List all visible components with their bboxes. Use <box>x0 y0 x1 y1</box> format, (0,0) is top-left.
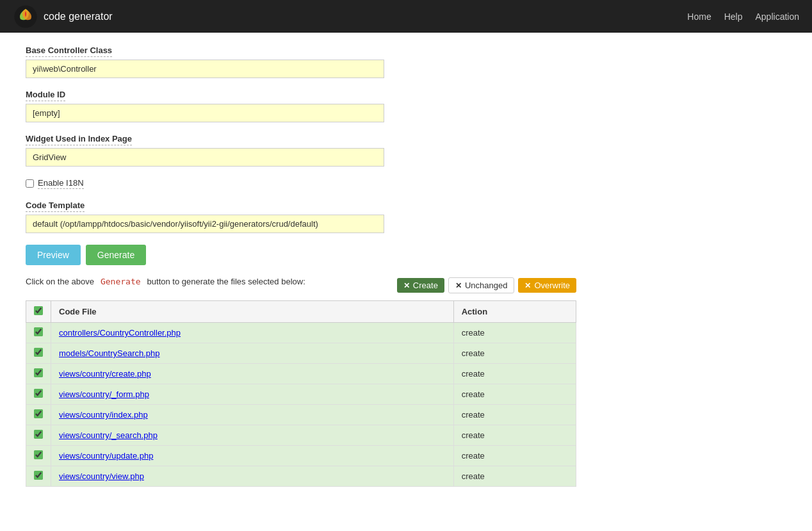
file-link[interactable]: views/country/view.php <box>59 471 144 481</box>
code-template-input[interactable] <box>26 215 384 233</box>
navbar-nav: Home Help Application <box>687 12 799 22</box>
legend-row: Click on the above Generate button to ge… <box>26 277 305 286</box>
nav-item-home[interactable]: Home <box>687 12 711 22</box>
preview-button[interactable]: Preview <box>26 245 81 265</box>
row-checkbox[interactable] <box>34 327 43 336</box>
badge-unchanged-label: Unchanged <box>465 281 508 290</box>
legend-after: button to generate the files selected be… <box>147 277 305 286</box>
file-link[interactable]: views/country/create.php <box>59 369 151 379</box>
unchanged-badge-icon: ✕ <box>455 281 462 290</box>
file-link[interactable]: views/country/_search.php <box>59 430 158 440</box>
yii-logo-icon <box>13 4 38 29</box>
th-action: Action <box>453 301 576 323</box>
row-checkbox[interactable] <box>34 409 43 418</box>
row-checkbox-cell <box>26 364 51 384</box>
badge-create-label: Create <box>413 281 438 290</box>
legend-badges: ✕ Create ✕ Unchanged ✕ Overwrite <box>397 277 576 293</box>
table-row: models/CountrySearch.phpcreate <box>26 343 576 364</box>
row-action: create <box>453 446 576 466</box>
th-code-file: Code File <box>51 301 454 323</box>
row-checkbox-cell <box>26 343 51 364</box>
enable-i18n-checkbox[interactable] <box>26 179 34 188</box>
badge-overwrite: ✕ Overwrite <box>518 278 576 293</box>
row-file: models/CountrySearch.php <box>51 343 454 364</box>
row-file: views/country/_search.php <box>51 425 454 446</box>
table-row: views/country/view.phpcreate <box>26 466 576 487</box>
row-checkbox-cell <box>26 446 51 466</box>
table-row: views/country/create.phpcreate <box>26 364 576 384</box>
nav-link-application[interactable]: Application <box>756 12 800 22</box>
main-content: Base Controller Class Module ID Widget U… <box>0 33 812 500</box>
base-controller-input[interactable] <box>26 60 384 78</box>
button-row: Preview Generate <box>26 245 786 265</box>
base-controller-field: Base Controller Class <box>26 45 786 78</box>
row-checkbox-cell <box>26 405 51 425</box>
widget-input[interactable] <box>26 148 384 167</box>
row-checkbox[interactable] <box>34 389 43 398</box>
row-file: views/country/create.php <box>51 364 454 384</box>
row-file: views/country/view.php <box>51 466 454 487</box>
row-file: views/country/index.php <box>51 405 454 425</box>
row-action: create <box>453 343 576 364</box>
table-row: controllers/CountryController.phpcreate <box>26 323 576 343</box>
row-checkbox[interactable] <box>34 450 43 459</box>
brand-text: code generator <box>44 11 113 22</box>
file-link[interactable]: controllers/CountryController.php <box>59 328 181 338</box>
file-link[interactable]: views/country/_form.php <box>59 389 149 399</box>
code-template-label: Code Template <box>26 200 85 212</box>
create-badge-icon: ✕ <box>403 281 410 290</box>
generate-button[interactable]: Generate <box>86 245 146 265</box>
row-checkbox-cell <box>26 425 51 446</box>
legend-before: Click on the above <box>26 277 94 286</box>
row-action: create <box>453 364 576 384</box>
row-checkbox-cell <box>26 466 51 487</box>
generate-code-label: Generate <box>101 277 141 286</box>
nav-link-home[interactable]: Home <box>687 12 711 22</box>
row-checkbox[interactable] <box>34 430 43 439</box>
row-action: create <box>453 466 576 487</box>
row-action: create <box>453 425 576 446</box>
row-action: create <box>453 384 576 405</box>
th-checkbox <box>26 301 51 323</box>
enable-i18n-group: Enable I18N <box>26 178 786 189</box>
table-row: views/country/index.phpcreate <box>26 405 576 425</box>
base-controller-label: Base Controller Class <box>26 45 112 57</box>
enable-i18n-label: Enable I18N <box>38 178 84 189</box>
row-checkbox[interactable] <box>34 348 43 357</box>
row-file: controllers/CountryController.php <box>51 323 454 343</box>
navbar: code generator Home Help Application <box>0 0 812 33</box>
table-row: views/country/_search.phpcreate <box>26 425 576 446</box>
brand-link[interactable]: code generator <box>13 4 113 29</box>
table-row: views/country/_form.phpcreate <box>26 384 576 405</box>
row-file: views/country/_form.php <box>51 384 454 405</box>
file-link[interactable]: views/country/index.php <box>59 410 148 420</box>
select-all-checkbox[interactable] <box>34 306 43 315</box>
code-table: Code File Action controllers/CountryCont… <box>26 300 576 487</box>
module-id-label: Module ID <box>26 90 65 101</box>
table-row: views/country/update.phpcreate <box>26 446 576 466</box>
widget-label: Widget Used in Index Page <box>26 134 132 145</box>
overwrite-badge-icon: ✕ <box>524 281 531 290</box>
badge-overwrite-label: Overwrite <box>534 281 570 290</box>
nav-item-application[interactable]: Application <box>756 12 800 22</box>
row-checkbox[interactable] <box>34 471 43 480</box>
code-template-field: Code Template <box>26 200 786 233</box>
row-action: create <box>453 323 576 343</box>
nav-item-help[interactable]: Help <box>724 12 743 22</box>
nav-link-help[interactable]: Help <box>724 12 743 22</box>
widget-field: Widget Used in Index Page <box>26 134 786 167</box>
module-id-field: Module ID <box>26 90 786 122</box>
file-link[interactable]: models/CountrySearch.php <box>59 348 160 358</box>
row-checkbox-cell <box>26 323 51 343</box>
row-file: views/country/update.php <box>51 446 454 466</box>
file-link[interactable]: views/country/update.php <box>59 451 153 461</box>
row-action: create <box>453 405 576 425</box>
badge-unchanged: ✕ Unchanged <box>448 277 515 293</box>
module-id-input[interactable] <box>26 104 384 122</box>
badge-create: ✕ Create <box>397 278 444 293</box>
row-checkbox-cell <box>26 384 51 405</box>
row-checkbox[interactable] <box>34 368 43 377</box>
